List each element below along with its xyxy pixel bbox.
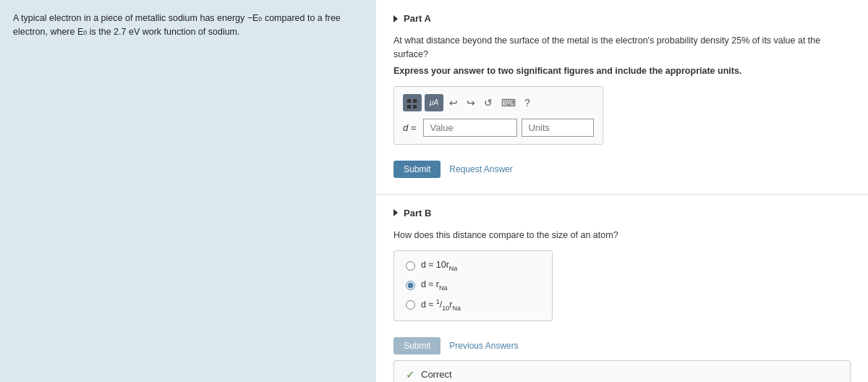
check-icon: ✓ [406,368,415,381]
part-a-submit-button[interactable]: Submit [393,161,441,178]
part-a-submit-row: Submit Request Answer [393,161,851,178]
reset-button[interactable]: ↺ [481,96,495,110]
correct-box: ✓ Correct [393,360,851,382]
part-a-instruction: Express your answer to two significant f… [393,66,851,76]
radio-item-1: d ≈ 10rNa [406,260,540,272]
input-row: d = [403,119,594,137]
part-b-submit-row: Submit Previous Answers [393,337,851,355]
answer-panel: Part A At what distance beyond the surfa… [376,0,868,382]
radio-label-3: d ≈ 1/10rNa [421,298,461,312]
collapse-triangle-a[interactable] [393,15,398,22]
radio-label-2: d ≈ rNa [421,279,447,292]
part-b-header: Part B [393,208,851,218]
radio-opt1[interactable] [406,261,415,271]
radio-item-3: d ≈ 1/10rNa [406,298,540,312]
request-answer-link[interactable]: Request Answer [449,164,512,174]
part-b-label: Part B [404,208,431,218]
radio-item-2: d ≈ rNa [406,279,540,292]
radio-label-1: d ≈ 10rNa [421,260,457,272]
undo-button[interactable]: ↩ [446,96,461,110]
grid-button[interactable] [403,94,422,111]
problem-text: A typical electron in a piece of metalli… [13,13,341,37]
radio-opt2[interactable] [406,281,415,290]
math-toolbar: μA ↩ ↪ ↺ ⌨ ? [403,94,594,111]
problem-statement: A typical electron in a piece of metalli… [0,0,376,382]
radio-opt3[interactable] [406,300,415,310]
collapse-triangle-b[interactable] [393,209,398,216]
part-a-label: Part A [404,13,431,24]
keyboard-button[interactable]: ⌨ [498,96,519,110]
answer-input-box: μA ↩ ↪ ↺ ⌨ ? d = [393,86,603,145]
correct-text: Correct [421,369,452,380]
previous-answers-link[interactable]: Previous Answers [449,341,518,351]
part-b-submit-button[interactable]: Submit [393,337,441,355]
part-a-question: At what distance beyond the surface of t… [393,34,851,61]
input-label: d = [403,122,416,133]
redo-button[interactable]: ↪ [464,96,478,110]
grid-icon [407,96,417,109]
part-b-section: Part B How does this distance compare to… [376,195,868,383]
part-a-section: Part A At what distance beyond the surfa… [376,0,868,195]
part-a-header: Part A [393,13,851,24]
radio-options: d ≈ 10rNa d ≈ rNa d ≈ 1/10rNa [393,250,553,321]
mua-button[interactable]: μA [425,94,443,111]
part-b-question: How does this distance compare to the si… [393,229,851,242]
value-input[interactable] [423,119,517,137]
units-input[interactable] [522,119,594,137]
help-button[interactable]: ? [522,96,533,110]
